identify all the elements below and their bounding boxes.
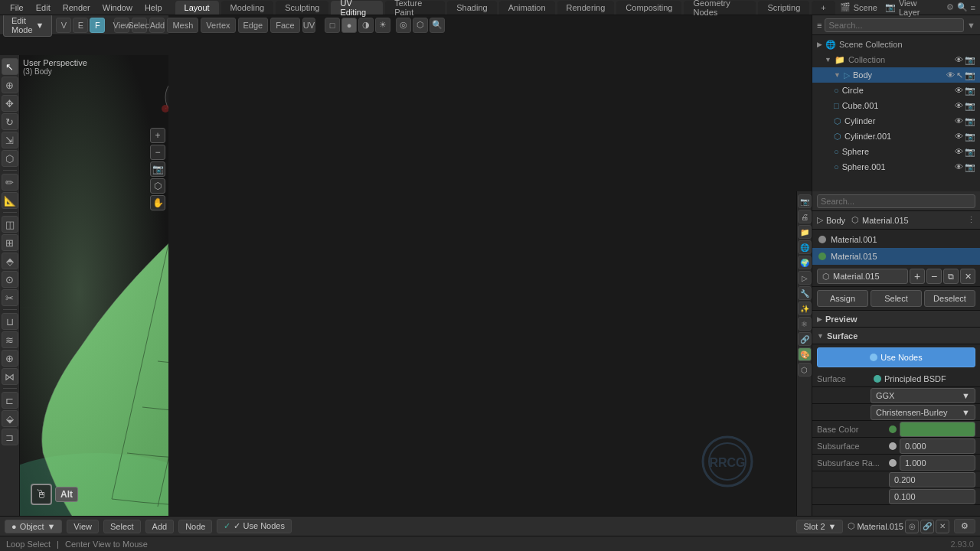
mat-add-btn[interactable]: + bbox=[910, 269, 925, 284]
outliner-search-input[interactable] bbox=[825, 18, 964, 32]
material-015-item[interactable]: Material.015 bbox=[812, 248, 980, 265]
smooth-tool-btn[interactable]: ⊕ bbox=[2, 350, 18, 367]
rotate-tool-btn[interactable]: ↻ bbox=[2, 113, 18, 130]
browse-material-btn[interactable]: ◎ bbox=[905, 520, 919, 533]
bevel-tool-btn[interactable]: ⬘ bbox=[2, 253, 18, 269]
mat-copy-btn[interactable]: ⧉ bbox=[943, 269, 959, 284]
move-tool-btn[interactable]: ✥ bbox=[2, 95, 18, 112]
ws-tab-texture-paint[interactable]: Texture Paint bbox=[385, 1, 445, 15]
ggx-dropdown[interactable]: GGX ▼ bbox=[871, 388, 975, 403]
unlink-mat-btn[interactable]: ✕ bbox=[936, 520, 949, 533]
zoom-in-btn[interactable]: + bbox=[150, 128, 165, 143]
cube-item[interactable]: □ Cube.001 👁 📷 bbox=[812, 98, 980, 113]
ws-tab-scripting[interactable]: Scripting bbox=[758, 1, 809, 15]
top-icon-3[interactable]: ≡ bbox=[971, 3, 975, 12]
use-nodes-toggle[interactable]: ✓ ✓ Use Nodes bbox=[217, 519, 291, 533]
mesh-menu[interactable]: Mesh bbox=[167, 18, 198, 33]
world-props-tab[interactable]: 🌍 bbox=[798, 256, 812, 269]
material-btn[interactable]: ◑ bbox=[358, 18, 374, 33]
annotate-tool-btn[interactable]: ✏ bbox=[2, 174, 18, 191]
loop-cut-tool-btn[interactable]: ⊙ bbox=[2, 271, 18, 288]
ws-tab-modeling[interactable]: Modeling bbox=[221, 1, 274, 15]
scene-selector[interactable]: 🎬 Scene bbox=[840, 2, 877, 12]
circle-vis[interactable]: 👁 bbox=[955, 86, 963, 95]
spin-tool-btn[interactable]: ≋ bbox=[2, 331, 18, 348]
cyl-vis[interactable]: 👁 bbox=[955, 116, 963, 126]
subsurface-radius-dot[interactable] bbox=[889, 459, 897, 467]
face-mode-btn[interactable]: F bbox=[90, 18, 105, 33]
cube-rend[interactable]: 📷 bbox=[965, 101, 975, 111]
body-item[interactable]: ▼ ▷ Body 👁 ↖ 📷 bbox=[812, 67, 980, 83]
render-btn[interactable]: ☀ bbox=[375, 18, 390, 33]
shrink-flatten-btn[interactable]: ⬙ bbox=[2, 410, 18, 427]
sph-vis[interactable]: 👁 bbox=[955, 147, 963, 156]
cyl001-rend[interactable]: 📷 bbox=[965, 132, 975, 142]
subsurface-radius-field-3[interactable]: 0.100 bbox=[889, 489, 975, 504]
poly-build-btn[interactable]: ⊔ bbox=[2, 313, 18, 330]
add-menu[interactable]: Add bbox=[149, 18, 165, 33]
subsurface-radius-field-1[interactable]: 1.000 bbox=[900, 455, 975, 471]
uv-menu[interactable]: UV bbox=[302, 18, 315, 33]
select-btn[interactable]: Select bbox=[871, 290, 922, 307]
solid-btn[interactable]: ● bbox=[341, 18, 357, 33]
menu-edit[interactable]: Edit bbox=[31, 2, 56, 14]
ws-tab-rendering[interactable]: Rendering bbox=[557, 1, 615, 15]
top-icon-1[interactable]: ⚙ bbox=[946, 2, 954, 12]
wireframe-btn[interactable]: □ bbox=[325, 18, 340, 33]
material-001-item[interactable]: Material.001 bbox=[812, 231, 980, 248]
zoom-out-btn[interactable]: − bbox=[150, 145, 165, 160]
perspective-btn[interactable]: ⬡ bbox=[150, 178, 165, 194]
collection-item[interactable]: ▼ 📁 Collection 👁 📷 bbox=[812, 52, 980, 67]
pan-btn[interactable]: ✋ bbox=[150, 195, 165, 210]
ws-tab-sculpting[interactable]: Sculpting bbox=[276, 1, 328, 15]
material-search-input[interactable] bbox=[817, 194, 975, 208]
overlay-btn[interactable]: ◎ bbox=[396, 18, 411, 33]
assign-btn[interactable]: Assign bbox=[817, 290, 868, 307]
extrude-tool-btn[interactable]: ◫ bbox=[2, 216, 18, 233]
deselect-btn[interactable]: Deselect bbox=[924, 290, 975, 307]
ws-tab-uv-editing[interactable]: UV Editing bbox=[331, 1, 383, 15]
subsurface-dot[interactable] bbox=[889, 442, 897, 450]
shear-tool-btn[interactable]: ⊏ bbox=[2, 392, 18, 409]
circle-rend[interactable]: 📷 bbox=[965, 86, 975, 96]
preview-section-header[interactable]: ▶ Preview bbox=[812, 311, 980, 328]
use-nodes-btn[interactable]: Use Nodes bbox=[817, 347, 975, 367]
viewport-view-btn[interactable]: View bbox=[67, 520, 99, 533]
scene-props-tab[interactable]: 🌐 bbox=[798, 240, 812, 254]
sphere001-item[interactable]: ○ Sphere.001 👁 📷 bbox=[812, 159, 980, 174]
cylinder001-item[interactable]: ⬡ Cylinder.001 👁 📷 bbox=[812, 129, 980, 144]
select-tool-btn[interactable]: ↖ bbox=[2, 58, 18, 75]
body-sel-icon[interactable]: ↖ bbox=[956, 70, 963, 80]
3d-viewport[interactable]: User Perspective (3) Body 人人素材 RRCG 八八素材… bbox=[20, 55, 168, 528]
base-color-dot[interactable] bbox=[889, 425, 897, 433]
vertex-mode-btn[interactable]: V bbox=[56, 18, 71, 33]
render-icon[interactable]: 📷 bbox=[965, 55, 975, 65]
outliner-filter-icon[interactable]: ▼ bbox=[967, 21, 975, 30]
cylinder-item[interactable]: ⬡ Cylinder 👁 📷 bbox=[812, 113, 980, 129]
sph001-vis[interactable]: 👁 bbox=[955, 162, 963, 171]
viewport-canvas[interactable]: X Y Z bbox=[20, 55, 168, 528]
menu-help[interactable]: Help bbox=[139, 2, 168, 14]
edge-slide-btn[interactable]: ⋈ bbox=[2, 368, 18, 385]
edge-menu[interactable]: Edge bbox=[238, 18, 269, 33]
mode-object-btn[interactable]: ● Object ▼ bbox=[5, 520, 62, 533]
body-vis-icon[interactable]: 👁 bbox=[946, 70, 955, 80]
measure-tool-btn[interactable]: 📐 bbox=[2, 192, 18, 209]
ws-tab-shading[interactable]: Shading bbox=[447, 1, 496, 15]
scale-tool-btn[interactable]: ⇲ bbox=[2, 132, 18, 148]
top-icon-2[interactable]: 🔍 bbox=[957, 2, 968, 12]
select-menu[interactable]: Select bbox=[132, 18, 147, 33]
body-rend-icon[interactable]: 📷 bbox=[965, 70, 975, 80]
cyl001-vis[interactable]: 👁 bbox=[955, 132, 963, 141]
mat-x-btn[interactable]: ✕ bbox=[960, 269, 975, 284]
mat-remove-btn[interactable]: − bbox=[926, 269, 942, 284]
data-props-tab[interactable]: ⬡ bbox=[798, 363, 812, 377]
modifier-props-tab[interactable]: 🔧 bbox=[798, 286, 812, 300]
ws-tab-layout[interactable]: Layout bbox=[175, 1, 219, 15]
transform-tool-btn[interactable]: ⬡ bbox=[2, 150, 18, 167]
menu-render[interactable]: Render bbox=[57, 2, 96, 14]
material-props-tab[interactable]: 🎨 bbox=[798, 347, 812, 361]
camera-btn[interactable]: 📷 bbox=[150, 161, 165, 177]
edit-mode-dropdown[interactable]: Edit Mode ▼ bbox=[3, 14, 52, 37]
vertex-menu[interactable]: Vertex bbox=[201, 18, 235, 33]
